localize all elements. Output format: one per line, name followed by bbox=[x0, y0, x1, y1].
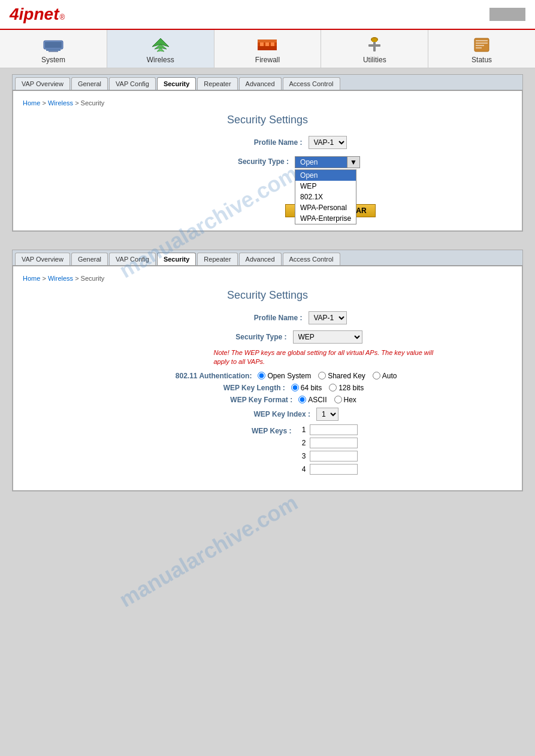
wep-key-4-input[interactable] bbox=[310, 464, 358, 475]
nav-utilities[interactable]: Utilities bbox=[321, 30, 428, 68]
key-length-row: WEP Key Length : 64 bits 128 bits bbox=[23, 384, 512, 392]
key-length-label: WEP Key Length : bbox=[171, 384, 291, 392]
tab-repeater-2[interactable]: Repeater bbox=[197, 253, 237, 265]
status-icon bbox=[470, 36, 494, 54]
tab-general-1[interactable]: General bbox=[71, 77, 108, 90]
key-length-control: 64 bits 128 bits bbox=[291, 384, 364, 392]
tab-vap-config-2[interactable]: VAP Config bbox=[109, 253, 156, 265]
dd-wep[interactable]: WEP bbox=[295, 181, 356, 192]
wep-key-3-input[interactable] bbox=[310, 451, 358, 462]
profile-name-select-2[interactable]: VAP-1 bbox=[309, 311, 347, 324]
key-format-ascii[interactable]: ASCII bbox=[298, 396, 327, 404]
wep-key-4-row: 4 bbox=[298, 464, 358, 475]
tab-security-1[interactable]: Security bbox=[157, 77, 196, 90]
breadcrumb-wireless-2[interactable]: Wireless bbox=[48, 275, 73, 282]
tab-access-control-2[interactable]: Access Control bbox=[283, 253, 340, 265]
svg-rect-20 bbox=[476, 45, 484, 46]
tab-access-control-1[interactable]: Access Control bbox=[283, 77, 340, 90]
key-length-128[interactable]: 128 bits bbox=[329, 384, 364, 392]
auth-auto[interactable]: Auto bbox=[373, 372, 397, 380]
tab-vap-overview-2[interactable]: VAP Overview bbox=[15, 253, 70, 265]
svg-rect-18 bbox=[476, 40, 488, 41]
nav-wireless-label: Wireless bbox=[147, 56, 174, 64]
wep-key-3-num: 3 bbox=[298, 452, 306, 460]
content-area-1: Home > Wireless > Security Security Sett… bbox=[13, 90, 522, 231]
key-format-hex[interactable]: Hex bbox=[334, 396, 356, 404]
nav-system-label: System bbox=[41, 56, 65, 64]
tab-advanced-2[interactable]: Advanced bbox=[239, 253, 282, 265]
nav-firewall[interactable]: Firewall bbox=[214, 30, 322, 68]
system-icon bbox=[41, 36, 65, 54]
key-format-control: ASCII Hex bbox=[298, 396, 356, 404]
profile-name-select-1[interactable]: VAP-1 bbox=[309, 136, 347, 149]
key-length-64[interactable]: 64 bits bbox=[291, 384, 322, 392]
svg-rect-3 bbox=[49, 51, 58, 52]
auth-label: 802.11 Authentication: bbox=[138, 372, 258, 380]
tab-vap-overview-1[interactable]: VAP Overview bbox=[15, 77, 70, 90]
dropdown-selected-1: Open bbox=[295, 156, 347, 168]
auth-open-system[interactable]: Open System bbox=[258, 372, 311, 380]
wep-key-1-row: 1 bbox=[298, 424, 358, 435]
security-type-dropdown-1[interactable]: Open ▼ Open WEP 802.1X WPA-Personal WPA-… bbox=[295, 156, 360, 168]
note-text: Note! The WEP keys are global setting fo… bbox=[214, 348, 442, 367]
svg-rect-10 bbox=[260, 42, 264, 46]
wep-keys-inputs: 1 2 3 4 bbox=[298, 424, 358, 477]
profile-name-control-2: VAP-1 bbox=[309, 311, 347, 324]
key-index-select[interactable]: 1 2 3 4 bbox=[316, 408, 338, 421]
profile-name-control-1: VAP-1 bbox=[309, 136, 347, 149]
watermark-2: manualarchive.com bbox=[115, 490, 302, 612]
svg-rect-12 bbox=[271, 42, 274, 46]
dd-wpa-enterprise[interactable]: WPA-Enterprise bbox=[295, 213, 356, 224]
dd-wpa-personal[interactable]: WPA-Personal bbox=[295, 202, 356, 213]
key-format-row: WEP Key Format : ASCII Hex bbox=[23, 396, 512, 404]
svg-rect-16 bbox=[372, 38, 377, 42]
wep-key-1-input[interactable] bbox=[310, 424, 358, 435]
dd-open[interactable]: Open bbox=[295, 170, 356, 181]
svg-rect-1 bbox=[45, 42, 62, 48]
security-type-row-2: Security Type : Open WEP 802.1X WPA-Pers… bbox=[23, 330, 512, 344]
breadcrumb-sep4: > bbox=[75, 275, 80, 282]
wep-key-1-num: 1 bbox=[298, 426, 306, 434]
wep-key-2-row: 2 bbox=[298, 438, 358, 448]
dropdown-list-1: Open WEP 802.1X WPA-Personal WPA-Enterpr… bbox=[295, 169, 356, 224]
buttons-row-1: APPLY CLEAR bbox=[23, 204, 512, 217]
tab-bar-1: VAP Overview General VAP Config Security… bbox=[13, 75, 522, 90]
security-type-control-1: Open ▼ Open WEP 802.1X WPA-Personal WPA-… bbox=[295, 156, 360, 168]
breadcrumb-wireless-1[interactable]: Wireless bbox=[48, 99, 73, 107]
section-title-2: Security Settings bbox=[23, 289, 512, 302]
svg-rect-8 bbox=[258, 40, 277, 42]
security-type-select-2[interactable]: Open WEP 802.1X WPA-Personal WPA-Enterpr… bbox=[293, 330, 362, 344]
auth-control: Open System Shared Key Auto bbox=[258, 372, 397, 380]
security-type-label-2: Security Type : bbox=[173, 333, 293, 341]
breadcrumb-home-2[interactable]: Home bbox=[23, 275, 40, 282]
tab-security-2[interactable]: Security bbox=[157, 253, 196, 265]
wep-key-4-num: 4 bbox=[298, 465, 306, 473]
nav-status[interactable]: Status bbox=[428, 30, 535, 68]
tab-bar-2: VAP Overview General VAP Config Security… bbox=[13, 250, 522, 266]
dropdown-arrow-1[interactable]: ▼ bbox=[347, 156, 360, 168]
breadcrumb-home-1[interactable]: Home bbox=[23, 99, 40, 107]
key-format-label: WEP Key Format : bbox=[179, 396, 298, 404]
profile-name-row-2: Profile Name : VAP-1 bbox=[23, 311, 512, 324]
firewall-icon bbox=[255, 36, 279, 54]
nav-system[interactable]: System bbox=[0, 30, 107, 68]
key-index-label: WEP Key Index : bbox=[197, 410, 316, 418]
nav-status-label: Status bbox=[471, 56, 492, 64]
tab-advanced-1[interactable]: Advanced bbox=[239, 77, 282, 90]
svg-rect-21 bbox=[476, 47, 482, 48]
dd-8021x[interactable]: 802.1X bbox=[295, 192, 356, 202]
breadcrumb-current-1: Security bbox=[81, 99, 105, 107]
auth-shared-key[interactable]: Shared Key bbox=[318, 372, 365, 380]
svg-rect-9 bbox=[258, 46, 277, 50]
nav-wireless[interactable]: Wireless bbox=[107, 30, 214, 68]
tab-vap-config-1[interactable]: VAP Config bbox=[109, 77, 156, 90]
header: 4ipnet® bbox=[0, 0, 535, 30]
security-type-label-1: Security Type : bbox=[175, 156, 295, 166]
tab-general-2[interactable]: General bbox=[71, 253, 108, 265]
wep-key-3-row: 3 bbox=[298, 451, 358, 462]
security-type-row-1: Security Type : Open ▼ Open WEP 802.1X bbox=[23, 156, 512, 168]
content-area-2: Home > Wireless > Security Security Sett… bbox=[13, 266, 522, 491]
wep-key-2-num: 2 bbox=[298, 439, 306, 447]
wep-key-2-input[interactable] bbox=[310, 438, 358, 448]
tab-repeater-1[interactable]: Repeater bbox=[197, 77, 237, 90]
